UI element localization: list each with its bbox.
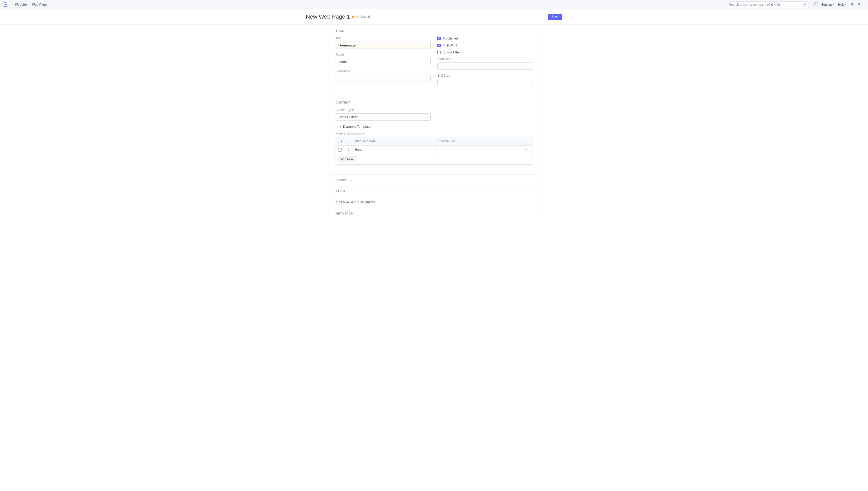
svg-line-1 [806,5,807,6]
checkbox-full-width[interactable]: Full Width [437,44,533,47]
grid-row-idx: 1 [344,146,352,154]
label-title: Title [335,36,431,40]
chevron-right-icon: › [29,3,30,6]
grid-row-check[interactable] [338,148,342,151]
navbar: › Website › Web Page A Settings▾ Help▾ [0,0,868,9]
section-head-title: Title [335,29,533,32]
select-content-type[interactable] [335,113,431,120]
chat-icon[interactable] [850,3,854,7]
caret-down-icon [524,149,527,150]
global-search [726,1,809,8]
caret-down-icon: ▾ [845,3,846,6]
svg-point-0 [804,3,806,5]
section-script[interactable]: Script ⌄ [329,175,539,186]
input-route[interactable] [335,58,431,65]
breadcrumb-website[interactable]: Website [15,3,27,6]
chevron-down-icon: ⌄ [378,201,381,204]
search-icon[interactable] [803,3,807,6]
input-end-date[interactable] [437,79,533,86]
save-button[interactable]: Save [548,14,562,20]
grid-header: Web Template Edit Values [336,137,532,146]
chevron-down-icon: ⌄ [356,212,358,215]
search-input[interactable] [726,1,809,8]
avatar[interactable]: A [813,2,818,7]
section-sidebar-comments[interactable]: Sidebar and Comments ⌄ [329,197,539,208]
chevron-down-icon: ⌄ [350,178,352,182]
page-header: New Web Page 1 Not Saved Save [306,9,562,24]
section-style[interactable]: Style ⌄ [329,186,539,197]
nav-settings[interactable]: Settings▾ [821,3,834,6]
checkbox-full-width-input[interactable] [437,44,441,47]
bell-icon[interactable] [858,3,861,6]
status-indicator: Not Saved [352,15,370,19]
grid-check-all[interactable] [338,140,342,143]
input-slideshow[interactable] [335,75,431,82]
checkbox-published-input[interactable] [437,37,441,40]
checkbox-published[interactable]: Published [437,36,533,40]
label-route: Route [335,53,431,57]
app-logo[interactable] [4,2,9,7]
chevron-right-icon: › [12,3,13,6]
section-content: Content Content Type ⌄ Dynamic Template … [329,96,539,175]
label-content-type: Content Type [335,108,431,112]
checkbox-show-title[interactable]: Show Title [437,50,533,54]
label-end-date: End Date [437,74,533,78]
grid-row-edit[interactable] [436,146,519,154]
form-layout: Title Title Route Slideshow [329,25,539,219]
page-title: New Web Page 1 [306,13,350,20]
nav-help[interactable]: Help▾ [838,3,846,6]
input-start-date[interactable] [437,62,533,70]
label-start-date: Start Date [437,57,533,61]
status-text: Not Saved [355,15,370,19]
grid-row-menu[interactable] [519,146,532,154]
checkbox-show-title-input[interactable] [437,51,441,54]
table-row[interactable]: 1 Hero [336,146,532,154]
grid-col-edit-values[interactable]: Edit Values [436,137,519,145]
checkbox-dynamic-template[interactable]: Dynamic Template [337,125,533,128]
label-slideshow: Slideshow [335,69,431,73]
indicator-dot [352,16,354,18]
section-meta-tags[interactable]: Meta Tags ⌄ [329,208,539,219]
section-head-content: Content [335,101,533,104]
section-title: Title Title Route Slideshow [329,25,539,96]
label-page-blocks: Page Building Blocks [335,132,533,135]
caret-down-icon: ▾ [833,3,834,6]
breadcrumb-web-page[interactable]: Web Page [32,3,47,6]
grid-row-template[interactable]: Hero [352,146,436,154]
add-row-button[interactable]: Add Row [338,156,356,163]
input-title[interactable] [335,41,431,49]
checkbox-dynamic-template-input[interactable] [337,125,341,128]
blocks-grid: Web Template Edit Values 1 Hero Add Row [335,137,533,165]
breadcrumb: › Website › Web Page [12,3,47,6]
chevron-down-icon: ⌄ [349,190,351,193]
grid-col-template[interactable]: Web Template [352,137,436,145]
